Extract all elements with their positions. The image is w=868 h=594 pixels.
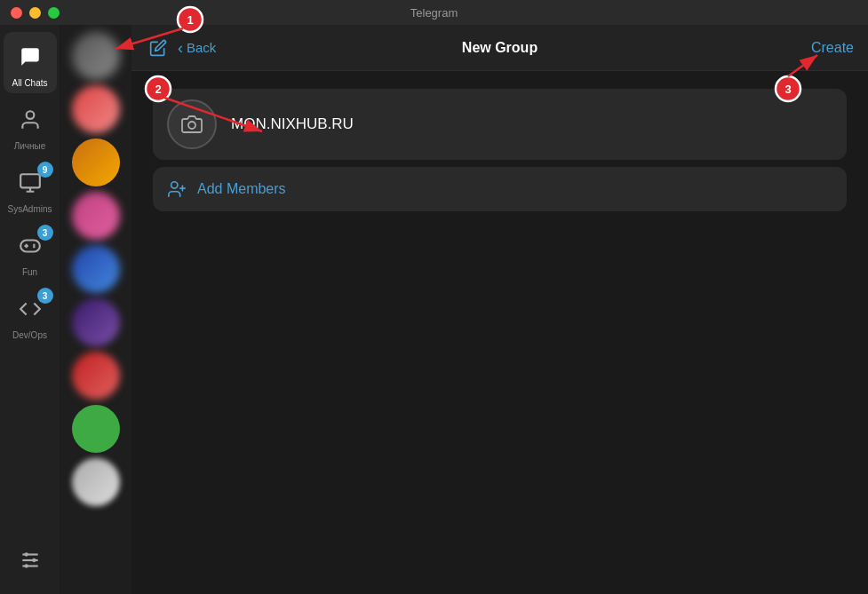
svg-point-6 [32,558,36,562]
minimize-button[interactable] [29,7,41,19]
settings-icon [19,549,42,572]
back-button[interactable]: ‹ Back [178,40,216,56]
window-title: Telegram [410,6,458,20]
svg-point-5 [24,552,28,556]
group-name-input[interactable] [231,115,832,133]
back-label: Back [187,40,216,55]
chat-avatar-8[interactable] [72,405,120,453]
folder-sidebar: All Chats Личные 9 SysAdmins [0,25,60,594]
top-bar-left: ‹ Back [146,36,288,60]
chat-avatar-5[interactable] [72,245,120,293]
chat-avatar-2[interactable] [72,85,120,133]
sidebar-item-settings[interactable] [4,535,57,585]
sidebar-item-fun[interactable]: 3 Fun [4,221,57,282]
fun-label: Fun [22,267,37,277]
group-name-row [153,89,847,160]
svg-rect-1 [20,241,40,252]
devops-label: Dev/Ops [12,330,47,340]
close-button[interactable] [11,7,22,19]
fun-badge: 3 [37,225,53,241]
compose-icon [149,39,167,57]
sidebar-item-personal[interactable]: Личные [4,95,57,156]
back-chevron-icon: ‹ [178,40,183,56]
maximize-button[interactable] [48,7,60,19]
add-members-row[interactable]: Add Members [153,167,847,211]
gamepad-icon [19,234,42,257]
devops-icon-wrap: 3 [11,289,50,329]
chat-avatar-1[interactable] [72,32,120,80]
all-chats-icon-wrap [11,37,50,76]
devops-badge: 3 [37,288,53,304]
svg-point-8 [188,122,195,129]
all-chats-label: All Chats [12,78,47,88]
group-photo-button[interactable] [167,99,217,149]
svg-point-9 [171,182,178,188]
title-bar: Telegram [0,0,868,25]
chat-bubble-icon [19,45,42,68]
top-bar-right: Create [712,40,854,56]
code-icon [19,297,42,321]
page-title: New Group [462,40,538,55]
camera-icon [181,114,203,135]
top-bar: ‹ Back New Group Create [131,25,868,71]
sysadmins-label: SysAdmins [7,204,52,214]
chat-avatar-3[interactable] [72,139,120,186]
chat-avatar-6[interactable] [72,298,120,346]
settings-icon-wrap [11,541,50,580]
sidebar-item-sysadmins[interactable]: 9 SysAdmins [4,158,57,219]
personal-icon-wrap [11,100,50,139]
compose-button[interactable] [146,36,171,60]
main-area: ‹ Back New Group Create [131,25,868,594]
add-person-icon [167,179,187,199]
svg-point-7 [24,564,28,567]
chat-avatar-4[interactable] [72,192,120,240]
person-icon [19,108,42,131]
content-area: Add Members [131,71,868,594]
chat-list-sidebar [60,25,131,594]
chat-avatar-9[interactable] [72,458,120,506]
svg-rect-0 [20,174,40,187]
chat-avatar-7[interactable] [72,352,120,400]
sidebar-item-all-chats[interactable]: All Chats [4,32,57,93]
fun-icon-wrap: 3 [11,226,50,265]
create-button[interactable]: Create [811,40,854,56]
add-members-label: Add Members [197,181,286,197]
sidebar-item-devops[interactable]: 3 Dev/Ops [4,284,57,345]
sysadmins-badge: 9 [37,162,53,178]
window-controls [11,7,60,19]
sysadmins-icon-wrap: 9 [11,163,50,202]
monitor-icon [19,171,42,194]
top-bar-center: New Group [288,40,712,56]
personal-label: Личные [14,141,46,151]
